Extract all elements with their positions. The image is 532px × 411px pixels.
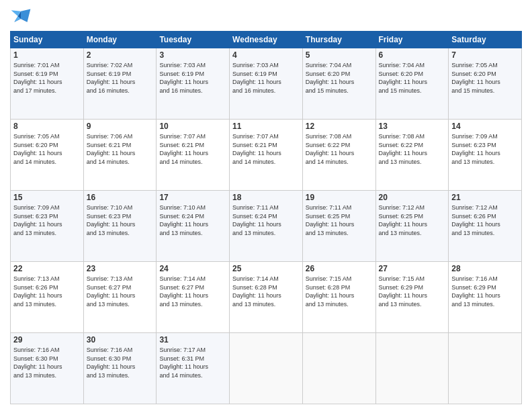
day-number: 17 [159,193,226,202]
day-number: 19 [306,193,373,202]
calendar-day-cell [449,333,522,404]
day-info: Sunrise: 7:15 AM Sunset: 6:29 PM Dayligh… [379,275,446,308]
weekday-header-friday: Friday [375,32,449,48]
day-info: Sunrise: 7:05 AM Sunset: 6:20 PM Dayligh… [13,132,81,166]
calendar-table: SundayMondayTuesdayWednesdayThursdayFrid… [10,31,522,404]
calendar-day-cell: 22Sunrise: 7:13 AM Sunset: 6:26 PM Dayli… [11,262,84,333]
day-number: 20 [379,193,446,202]
day-info: Sunrise: 7:16 AM Sunset: 6:30 PM Dayligh… [13,346,81,379]
day-number: 31 [159,335,226,345]
day-info: Sunrise: 7:01 AM Sunset: 6:19 PM Dayligh… [13,61,81,95]
day-number: 22 [13,264,81,273]
day-info: Sunrise: 7:03 AM Sunset: 6:19 PM Dayligh… [159,61,226,95]
day-number: 11 [232,122,300,131]
day-info: Sunrise: 7:08 AM Sunset: 6:22 PM Dayligh… [379,132,446,166]
day-number: 24 [159,264,226,273]
day-info: Sunrise: 7:12 AM Sunset: 6:25 PM Dayligh… [379,203,446,237]
day-info: Sunrise: 7:09 AM Sunset: 6:23 PM Dayligh… [451,132,519,166]
day-info: Sunrise: 7:16 AM Sunset: 6:30 PM Dayligh… [87,346,154,379]
calendar-day-cell: 23Sunrise: 7:13 AM Sunset: 6:27 PM Dayli… [83,262,157,333]
calendar-day-cell [302,333,375,404]
calendar-day-cell: 1Sunrise: 7:01 AM Sunset: 6:19 PM Daylig… [11,48,84,120]
day-info: Sunrise: 7:07 AM Sunset: 6:21 PM Dayligh… [159,132,226,166]
calendar-day-cell: 31Sunrise: 7:17 AM Sunset: 6:31 PM Dayli… [157,333,230,404]
day-number: 9 [87,122,154,131]
calendar-day-cell: 29Sunrise: 7:16 AM Sunset: 6:30 PM Dayli… [11,333,84,404]
calendar-header-row: SundayMondayTuesdayWednesdayThursdayFrid… [11,32,522,48]
calendar-week-3: 15Sunrise: 7:09 AM Sunset: 6:23 PM Dayli… [11,191,522,262]
weekday-header-thursday: Thursday [302,32,375,48]
day-info: Sunrise: 7:04 AM Sunset: 6:20 PM Dayligh… [306,61,373,95]
day-number: 4 [232,50,300,60]
day-info: Sunrise: 7:14 AM Sunset: 6:28 PM Dayligh… [232,275,300,308]
calendar-day-cell: 11Sunrise: 7:07 AM Sunset: 6:21 PM Dayli… [230,120,303,191]
day-number: 8 [13,122,81,131]
day-number: 3 [159,50,226,60]
calendar-day-cell [230,333,303,404]
day-info: Sunrise: 7:05 AM Sunset: 6:20 PM Dayligh… [451,61,519,95]
day-info: Sunrise: 7:13 AM Sunset: 6:26 PM Dayligh… [13,275,81,308]
calendar-day-cell: 26Sunrise: 7:15 AM Sunset: 6:28 PM Dayli… [302,262,375,333]
calendar-day-cell: 25Sunrise: 7:14 AM Sunset: 6:28 PM Dayli… [230,262,303,333]
calendar-day-cell: 18Sunrise: 7:11 AM Sunset: 6:24 PM Dayli… [230,191,303,262]
calendar-day-cell: 5Sunrise: 7:04 AM Sunset: 6:20 PM Daylig… [302,48,375,120]
day-info: Sunrise: 7:04 AM Sunset: 6:20 PM Dayligh… [379,61,446,95]
calendar-day-cell: 14Sunrise: 7:09 AM Sunset: 6:23 PM Dayli… [449,120,522,191]
logo [10,7,34,26]
calendar-day-cell: 10Sunrise: 7:07 AM Sunset: 6:21 PM Dayli… [157,120,230,191]
calendar-day-cell: 8Sunrise: 7:05 AM Sunset: 6:20 PM Daylig… [11,120,84,191]
day-info: Sunrise: 7:03 AM Sunset: 6:19 PM Dayligh… [232,61,300,95]
day-number: 28 [451,264,519,273]
day-info: Sunrise: 7:16 AM Sunset: 6:29 PM Dayligh… [451,275,519,308]
calendar-day-cell: 20Sunrise: 7:12 AM Sunset: 6:25 PM Dayli… [375,191,449,262]
day-number: 25 [232,264,300,273]
day-info: Sunrise: 7:17 AM Sunset: 6:31 PM Dayligh… [159,346,226,379]
day-number: 27 [379,264,446,273]
day-number: 2 [87,50,154,60]
day-info: Sunrise: 7:10 AM Sunset: 6:24 PM Dayligh… [159,203,226,237]
day-info: Sunrise: 7:12 AM Sunset: 6:26 PM Dayligh… [451,203,519,237]
day-number: 21 [451,193,519,202]
calendar-week-4: 22Sunrise: 7:13 AM Sunset: 6:26 PM Dayli… [11,262,522,333]
day-info: Sunrise: 7:06 AM Sunset: 6:21 PM Dayligh… [87,132,154,166]
page: SundayMondayTuesdayWednesdayThursdayFrid… [0,0,532,411]
day-info: Sunrise: 7:14 AM Sunset: 6:27 PM Dayligh… [159,275,226,308]
day-number: 6 [379,50,446,60]
day-number: 30 [87,335,154,345]
calendar-day-cell: 17Sunrise: 7:10 AM Sunset: 6:24 PM Dayli… [157,191,230,262]
weekday-header-tuesday: Tuesday [157,32,230,48]
calendar-week-5: 29Sunrise: 7:16 AM Sunset: 6:30 PM Dayli… [11,333,522,404]
weekday-header-saturday: Saturday [449,32,522,48]
calendar-day-cell: 15Sunrise: 7:09 AM Sunset: 6:23 PM Dayli… [11,191,84,262]
calendar-day-cell: 21Sunrise: 7:12 AM Sunset: 6:26 PM Dayli… [449,191,522,262]
logo-bird-icon [10,7,32,26]
calendar-day-cell: 30Sunrise: 7:16 AM Sunset: 6:30 PM Dayli… [83,333,157,404]
calendar-day-cell [375,333,449,404]
day-number: 15 [13,193,81,202]
day-number: 12 [306,122,373,131]
calendar-day-cell: 27Sunrise: 7:15 AM Sunset: 6:29 PM Dayli… [375,262,449,333]
day-info: Sunrise: 7:11 AM Sunset: 6:24 PM Dayligh… [232,203,300,237]
day-number: 16 [87,193,154,202]
calendar-day-cell: 13Sunrise: 7:08 AM Sunset: 6:22 PM Dayli… [375,120,449,191]
day-number: 13 [379,122,446,131]
day-number: 14 [451,122,519,131]
day-number: 10 [159,122,226,131]
day-number: 23 [87,264,154,273]
calendar-day-cell: 24Sunrise: 7:14 AM Sunset: 6:27 PM Dayli… [157,262,230,333]
day-info: Sunrise: 7:10 AM Sunset: 6:23 PM Dayligh… [87,203,154,237]
calendar-day-cell: 9Sunrise: 7:06 AM Sunset: 6:21 PM Daylig… [83,120,157,191]
calendar-day-cell: 7Sunrise: 7:05 AM Sunset: 6:20 PM Daylig… [449,48,522,120]
day-number: 5 [306,50,373,60]
header [10,7,522,26]
weekday-header-monday: Monday [83,32,157,48]
day-info: Sunrise: 7:07 AM Sunset: 6:21 PM Dayligh… [232,132,300,166]
calendar-day-cell: 3Sunrise: 7:03 AM Sunset: 6:19 PM Daylig… [157,48,230,120]
day-info: Sunrise: 7:15 AM Sunset: 6:28 PM Dayligh… [306,275,373,308]
calendar-day-cell: 6Sunrise: 7:04 AM Sunset: 6:20 PM Daylig… [375,48,449,120]
calendar-day-cell: 28Sunrise: 7:16 AM Sunset: 6:29 PM Dayli… [449,262,522,333]
day-number: 7 [451,50,519,60]
day-info: Sunrise: 7:02 AM Sunset: 6:19 PM Dayligh… [87,61,154,95]
weekday-header-sunday: Sunday [11,32,84,48]
calendar-day-cell: 19Sunrise: 7:11 AM Sunset: 6:25 PM Dayli… [302,191,375,262]
